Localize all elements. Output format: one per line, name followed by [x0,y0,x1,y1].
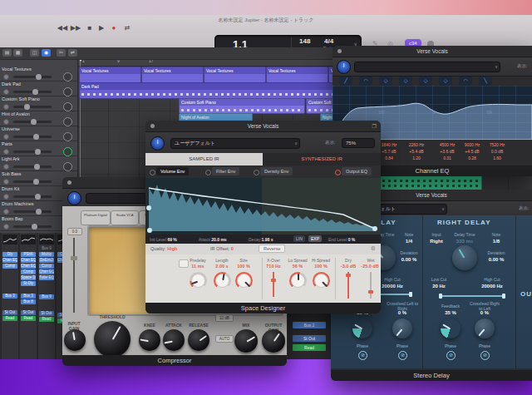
input-gain-slider[interactable] [73,238,75,313]
output-slot[interactable]: St Out [2,310,17,315]
eq-band-icon[interactable]: ◇ [399,77,412,86]
record-enable-icon[interactable] [3,119,9,125]
record-enable-icon[interactable] [3,134,9,140]
hi-spread-knob[interactable] [313,272,330,289]
volume-slider[interactable] [13,151,52,153]
space-designer-titlebar[interactable]: Verse Vocals ❐ [145,121,381,132]
low-cut-value[interactable]: 20 Hz [424,284,454,289]
param-value[interactable]: 100 % [231,264,256,269]
close-icon[interactable] [337,49,342,53]
phase-button[interactable]: ⊘ [398,351,407,360]
eq-band-readout[interactable]: 4500 Hz+3.6 dB0.31 [433,141,461,161]
track-row[interactable]: Universe [0,126,77,141]
mixer-strip[interactable]: PShft Chan EQ Chan EQ Comp Space D St-Dl… [20,233,37,359]
density-env-button[interactable]: Density Env [260,167,293,175]
param-value[interactable]: 56 % [285,264,310,269]
output-gain-knob[interactable] [262,329,285,353]
track-row[interactable]: Parts [0,141,77,156]
volume-slider[interactable] [13,165,52,168]
record-button[interactable]: ● [108,22,120,34]
eq-band-icon[interactable]: ╲ [479,77,492,86]
link-icon[interactable]: ❐ [372,123,377,129]
exp-button[interactable]: EXP [308,235,322,242]
power-icon[interactable] [335,170,341,175]
track-row[interactable]: Light Ark [0,156,77,171]
preset-dropdown[interactable]: ユーザデフォルト∨ [170,138,300,149]
plugin-slot[interactable]: PShft [21,252,36,257]
param-value[interactable]: 11 ms [185,264,210,269]
send-slot[interactable]: Bus 3 [21,294,36,299]
param-value[interactable]: -25.0 dB [357,264,381,269]
filter-env-button[interactable]: Filter Env [212,167,239,175]
attack[interactable]: Attack 20.0 ms [199,237,227,242]
power-button[interactable] [337,60,351,74]
region-vocal-textures[interactable]: Vocal Textures [204,67,266,83]
deviation-value[interactable]: 0.00 % [394,257,424,262]
record-enable-icon[interactable] [3,149,9,155]
region-custom-soft-piano[interactable]: Custom Soft Piano [179,98,305,114]
param-value[interactable]: 100 % [308,264,333,269]
size-knob[interactable] [235,272,253,289]
record-enable-icon[interactable] [3,89,9,95]
volume-slider[interactable] [13,121,52,123]
preset-dropdown[interactable]: ∨ [354,62,500,72]
automation-mode[interactable]: Read [2,316,17,321]
power-icon[interactable] [205,170,211,175]
plugin-slot[interactable]: DeEss2 [39,258,54,263]
feedback-knob[interactable] [441,318,461,338]
plugin-slot[interactable]: Comp [21,269,36,274]
eq-band-icon[interactable]: ◇ [379,77,392,86]
volume-slider[interactable] [13,136,52,138]
send-slot[interactable]: Bus 9 [39,294,54,299]
stop-button[interactable]: ■ [84,22,96,34]
cut-tool-icon[interactable]: ✂ [57,49,66,57]
model-button[interactable]: Platinum Digital [81,210,111,225]
phase-button[interactable]: ⊘ [446,351,456,360]
record-enable-icon[interactable] [3,179,9,185]
cycle-button[interactable]: ⇄ [121,22,133,34]
param-value[interactable]: 710 Hz [262,264,285,269]
track-row[interactable]: Custom Soft Piano [0,96,77,111]
decay[interactable]: Decay 1.98 s [249,237,273,242]
mix-knob[interactable] [234,329,258,353]
ir-waveform-display[interactable] [145,178,381,235]
close-icon[interactable] [150,124,155,128]
track-row[interactable]: Vocal Textures [0,66,77,81]
zoom-value[interactable]: 75% [342,138,375,148]
phase-button[interactable]: ⊘ [480,351,490,360]
plugin-slot[interactable]: St-Dly [21,281,36,286]
eq-band-readout[interactable]: 9000 Hz+4.5 dB0.28 [458,141,486,161]
automation-mode[interactable]: Read [21,316,36,321]
input-gain-knob[interactable] [64,329,86,351]
power-button[interactable] [67,191,81,205]
crossfeed-knob[interactable] [475,318,495,338]
crossfeed-value[interactable]: 0 % [468,310,501,315]
record-enable-icon[interactable] [3,74,9,80]
crossfeed-knob[interactable] [392,318,412,338]
tab-synthesized-ir[interactable]: SYNTHESIZED IR [263,153,381,165]
send-slot[interactable]: Bus 3 [2,294,17,299]
delay-time-knob[interactable] [452,245,477,270]
volume-slider[interactable] [13,91,52,93]
automation-mode[interactable]: Read [39,317,54,322]
lin-button[interactable]: LIN [293,235,305,242]
eq-band-icon[interactable]: ╱ [339,77,352,86]
volume-slider[interactable] [13,106,52,108]
plugin-slot[interactable]: Chan EQ [21,258,36,263]
lo-spread-knob[interactable] [289,272,307,289]
volume-slider[interactable] [13,225,52,228]
plugin-slot[interactable]: Comp [39,264,54,269]
channel-eq-titlebar[interactable]: Verse Vocals [332,46,532,57]
plugin-slot[interactable]: Comp [2,264,17,269]
volume-env-button[interactable]: Volume Env [156,167,189,175]
cut-range-slider[interactable] [439,295,505,297]
record-enable-icon[interactable] [3,224,9,230]
region-vocal-textures[interactable]: Vocal Textures [79,67,141,83]
plugin-slot[interactable]: Chan EQ [39,269,54,274]
eq-band-icon[interactable]: ◠ [459,77,472,86]
release-knob[interactable] [188,329,209,351]
automation-mode[interactable]: Read [293,344,326,351]
track-row[interactable]: Hint of Avalon [0,111,77,126]
quality[interactable]: Quality: High [150,246,177,251]
input-value[interactable]: Right [424,239,449,244]
